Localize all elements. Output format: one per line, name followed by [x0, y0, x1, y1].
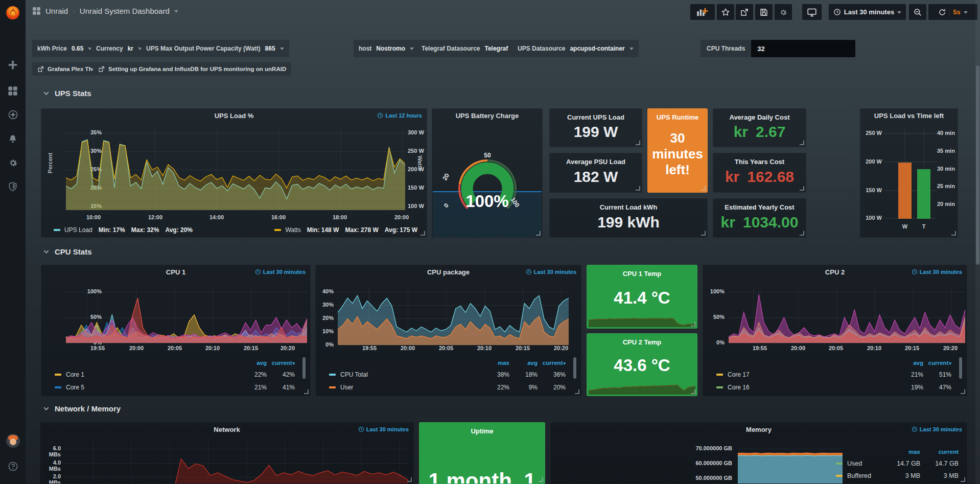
y-tick: 250 W [860, 130, 882, 136]
panel-title[interactable]: Memory [571, 426, 946, 433]
stat-title[interactable]: Average Daily Cost [729, 113, 789, 121]
time-range-badge[interactable]: Last 30 minutes [526, 269, 576, 275]
scrollbar-thumb[interactable] [976, 65, 979, 265]
stat-value: kr1034.00 [721, 211, 799, 237]
variable-host[interactable]: host Nostromo [354, 40, 419, 57]
stat-value: 199 kWh [597, 211, 660, 237]
legend-item[interactable]: Core 1619%47% [716, 381, 951, 394]
stat-value: 199 W [574, 121, 618, 147]
section-ups-stats[interactable]: UPS Stats [43, 89, 91, 98]
panel-title[interactable]: Network [61, 426, 393, 433]
panel-cpu-2: CPU 2 Last 30 minutes 100% 50% 0% 19:55 … [703, 265, 967, 396]
network-chart[interactable] [64, 438, 408, 484]
panel-average-psu-load: Average PSU Load 182 W [549, 153, 642, 193]
variable-cpu-threads: CPU Threads [701, 40, 855, 57]
stat-title[interactable]: Estimated Yearly Cost [725, 203, 794, 211]
refresh-icon [938, 8, 946, 16]
time-range-badge[interactable]: Last 12 hours [377, 112, 422, 119]
memory-chart[interactable] [738, 443, 843, 484]
user-avatar[interactable] [0, 432, 26, 449]
page-scrollbar[interactable] [975, 0, 980, 484]
stat-value: 30 minutes left! [648, 121, 707, 192]
y-tick: 0% [316, 341, 334, 348]
dashboards-grid-icon[interactable] [32, 7, 41, 15]
time-range-badge[interactable]: Last 30 minutes [358, 426, 409, 432]
stat-title[interactable]: This Years Cost [735, 158, 784, 166]
section-network-memory[interactable]: Network / Memory [43, 404, 121, 413]
panel-title[interactable]: UPS Load vs Time left [864, 112, 954, 120]
cpu1-chart[interactable] [66, 287, 307, 343]
stat-title[interactable]: Current UPS Load [567, 113, 624, 121]
create-plus-icon[interactable] [0, 56, 26, 74]
legend-col-current[interactable]: current [267, 360, 295, 366]
variable-currency[interactable]: Currency kr [91, 40, 147, 57]
stat-title[interactable]: Current Load kWh [600, 203, 658, 211]
share-button[interactable] [736, 4, 753, 20]
stat-title[interactable]: CPU 1 Temp [623, 270, 662, 278]
panel-title[interactable]: UPS Battery Charge [437, 112, 537, 120]
cycle-view-monitor-icon[interactable] [802, 4, 822, 20]
add-panel-button[interactable] [690, 4, 715, 20]
stat-title[interactable]: CPU 2 Temp [623, 338, 662, 346]
legend-col-max[interactable]: max [481, 360, 509, 366]
legend-col-current[interactable]: current [538, 360, 566, 366]
admin-shield-icon[interactable] [0, 178, 26, 195]
panel-current-load-kwh: Current Load kWh 199 kWh [549, 198, 708, 238]
panel-average-daily-cost: Average Daily Cost kr2.67 [713, 108, 806, 147]
y-tick: 150 W [860, 187, 882, 193]
link-ups-monitoring-guide[interactable]: Setting up Grafana and InfluxDB for UPS … [93, 62, 291, 76]
legend-col-avg[interactable]: avg [509, 360, 538, 366]
legend-scrollbar[interactable] [959, 357, 962, 379]
legend-item[interactable]: User22%9%20% [329, 381, 566, 394]
variable-telegraf-datasource[interactable]: Telegraf Datasource Telegraf [416, 40, 522, 57]
save-button[interactable] [755, 4, 773, 20]
legend-col-max[interactable]: max [884, 449, 920, 455]
alerting-bell-icon[interactable] [0, 130, 26, 148]
legend-col-current[interactable]: current [920, 449, 959, 455]
time-range-badge[interactable]: Last 30 minutes [912, 426, 962, 432]
panel-title[interactable]: UPS Load % [62, 112, 406, 120]
star-button[interactable] [717, 4, 734, 20]
legend-col-current[interactable]: current [923, 360, 951, 366]
time-picker[interactable]: Last 30 minutes [829, 4, 906, 20]
stat-title[interactable]: Uptime [471, 427, 493, 435]
configuration-gear-icon[interactable] [0, 154, 26, 171]
breadcrumb-folder[interactable]: Unraid [45, 7, 68, 15]
time-range-badge[interactable]: Last 30 minutes [912, 269, 962, 275]
legend-item[interactable]: CPU Total38%18%36% [329, 368, 566, 381]
dashboards-icon[interactable] [0, 82, 26, 100]
legend-item[interactable]: Watts Min: 148 W Max: 278 W Avg: 175 W [274, 226, 417, 234]
legend-item[interactable]: Core 521%41% [55, 381, 295, 394]
legend-scrollbar[interactable] [573, 357, 576, 379]
cpu2-chart[interactable] [729, 287, 965, 343]
chevron-down-icon[interactable] [174, 10, 178, 15]
ups-load-chart[interactable] [66, 127, 405, 210]
variable-kwh-price[interactable]: kWh Price 0.65 [32, 40, 97, 57]
stat-title[interactable]: Average PSU Load [566, 158, 625, 166]
legend-item[interactable]: Buffered3 MB3 MB [836, 470, 959, 482]
legend-col-avg[interactable]: avg [895, 360, 923, 366]
legend-item[interactable]: UPS Load Min: 17% Max: 32% Avg: 20% [54, 226, 193, 234]
grafana-logo-icon[interactable] [0, 3, 26, 23]
legend-col-avg[interactable]: avg [239, 360, 267, 366]
explore-compass-icon[interactable] [0, 106, 26, 123]
legend-item[interactable]: Core 1721%51% [716, 368, 951, 381]
variable-ups-datasource[interactable]: UPS Datasource apcupsd-container [512, 40, 639, 57]
legend-item[interactable]: Core 122%42% [55, 368, 295, 381]
refresh-control[interactable]: 5s [928, 4, 977, 20]
legend-scrollbar[interactable] [302, 357, 306, 379]
zoom-out-button[interactable] [909, 4, 926, 20]
cpu-threads-input[interactable] [751, 40, 855, 57]
section-cpu-stats[interactable]: CPU Stats [43, 247, 92, 256]
help-icon[interactable] [0, 457, 26, 475]
x-tick: 20:00 [394, 214, 409, 220]
breadcrumb-dashboard-title[interactable]: Unraid System Dashboard [80, 7, 170, 15]
time-range-badge[interactable]: Last 30 minutes [255, 269, 306, 275]
variable-ups-max-output[interactable]: UPS Max Output Power Capacity (Watt) 865 [141, 40, 289, 57]
panel-ups-battery-charge: UPS Battery Charge 50 20 0 100 100% [432, 108, 543, 238]
x-tick: 19:55 [362, 345, 377, 351]
legend-item[interactable]: Used14.7 GB14.7 GB [836, 457, 959, 470]
cpu-package-chart[interactable] [338, 288, 569, 345]
dashboard-settings-button[interactable] [775, 4, 792, 20]
stat-title[interactable]: UPS Runtime [657, 113, 698, 121]
